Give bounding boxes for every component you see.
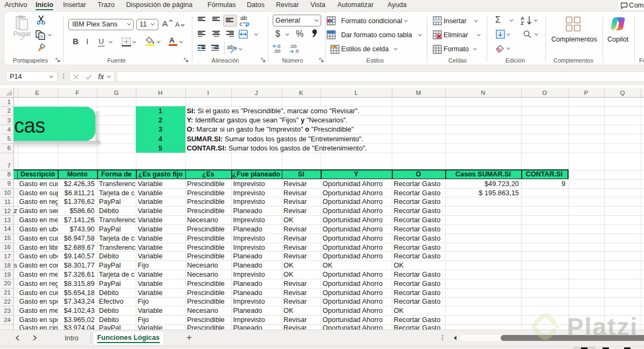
svg-text:Platzi: Platzi	[567, 313, 638, 341]
